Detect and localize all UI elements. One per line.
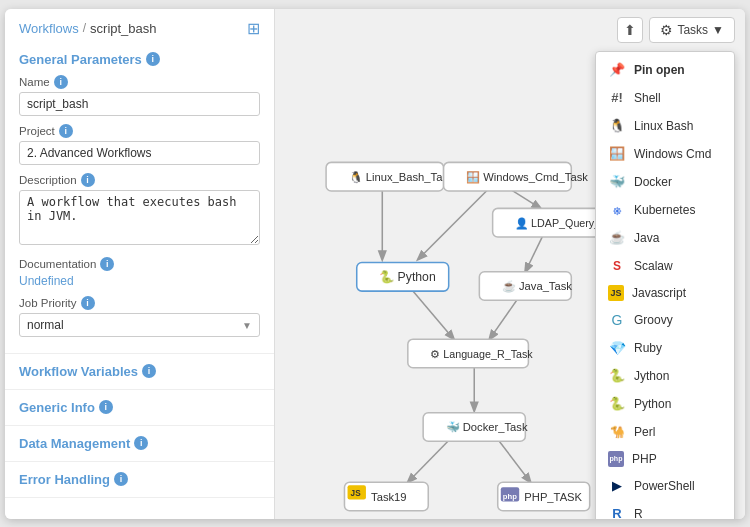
node-task19[interactable]: JS Task19: [344, 482, 428, 511]
general-parameters-section: General Parameters i Name i Project i De…: [5, 44, 274, 354]
dropdown-javascript[interactable]: JS Javascript: [596, 280, 734, 306]
workflow-variables-info-icon[interactable]: i: [142, 364, 156, 378]
job-priority-info-icon[interactable]: i: [81, 296, 95, 310]
perl-icon: 🐪: [608, 423, 626, 441]
tasks-button[interactable]: ⚙ Tasks ▼: [649, 17, 735, 43]
dropdown-ruby[interactable]: 💎 Ruby: [596, 334, 734, 362]
description-textarea[interactable]: A workflow that executes bash in JVM.: [19, 190, 260, 245]
documentation-link[interactable]: Undefined: [19, 274, 260, 288]
general-params-info-icon[interactable]: i: [146, 52, 160, 66]
svg-text:php: php: [503, 491, 517, 500]
svg-line-8: [495, 435, 531, 482]
svg-text:☕ Java_Task: ☕ Java_Task: [502, 279, 573, 293]
node-docker-task[interactable]: 🐳 Docker_Task: [423, 412, 528, 441]
python-icon: 🐍: [608, 395, 626, 413]
project-info-icon[interactable]: i: [59, 124, 73, 138]
svg-text:PHP_TASK: PHP_TASK: [524, 490, 582, 502]
svg-line-1: [418, 182, 495, 259]
data-management-info-icon[interactable]: i: [134, 436, 148, 450]
dropdown-perl[interactable]: 🐪 Perl: [596, 418, 734, 446]
name-input[interactable]: [19, 92, 260, 116]
dropdown-jython[interactable]: 🐍 Jython: [596, 362, 734, 390]
breadcrumb-workflows-link[interactable]: Workflows: [19, 21, 79, 36]
node-language-r-task[interactable]: ⚙ Language_R_Task: [408, 339, 533, 368]
grid-icon[interactable]: ⊞: [247, 19, 260, 38]
description-info-icon[interactable]: i: [81, 173, 95, 187]
node-java-task[interactable]: ☕ Java_Task: [479, 271, 572, 300]
right-panel: ⬆ ⚙ Tasks ▼: [275, 9, 745, 519]
node-linux-bash-task[interactable]: 🐧 Linux_Bash_Task: [326, 162, 454, 191]
groovy-icon: G: [608, 311, 626, 329]
svg-text:🐳 Docker_Task: 🐳 Docker_Task: [446, 420, 528, 434]
project-label: Project i: [19, 124, 260, 138]
job-priority-select-wrap: normal high low ▼: [19, 313, 260, 337]
error-handling-section[interactable]: Error Handling i: [5, 462, 274, 498]
svg-text:🐧 Linux_Bash_Task: 🐧 Linux_Bash_Task: [349, 169, 454, 183]
windows-cmd-icon: 🪟: [608, 145, 626, 163]
job-priority-label: Job Priority i: [19, 296, 260, 310]
scalaw-icon: S: [608, 257, 626, 275]
dropdown-pin-open[interactable]: 📌 Pin open: [596, 56, 734, 84]
dropdown-r[interactable]: R R: [596, 500, 734, 519]
powershell-icon: ▶: [608, 477, 626, 495]
dropdown-java[interactable]: ☕ Java: [596, 224, 734, 252]
ruby-icon: 💎: [608, 339, 626, 357]
general-parameters-title: General Parameters i: [19, 52, 260, 67]
javascript-icon: JS: [608, 285, 624, 301]
error-handling-info-icon[interactable]: i: [114, 472, 128, 486]
dropdown-powershell[interactable]: ▶ PowerShell: [596, 472, 734, 500]
breadcrumb-separator: /: [83, 21, 86, 35]
svg-text:⚙ Language_R_Task: ⚙ Language_R_Task: [430, 347, 533, 359]
breadcrumb: Workflows / script_bash ⊞: [5, 9, 274, 44]
dropdown-windows-cmd[interactable]: 🪟 Windows Cmd: [596, 140, 734, 168]
svg-line-3: [408, 285, 454, 339]
kubernetes-icon: ⎈: [608, 201, 626, 219]
documentation-info-icon[interactable]: i: [100, 257, 114, 271]
dropdown-docker[interactable]: 🐳 Docker: [596, 168, 734, 196]
svg-text:Task19: Task19: [371, 490, 407, 502]
java-icon: ☕: [608, 229, 626, 247]
generic-info-info-icon[interactable]: i: [99, 400, 113, 414]
project-input[interactable]: [19, 141, 260, 165]
generic-info-section[interactable]: Generic Info i: [5, 390, 274, 426]
dropdown-groovy[interactable]: G Groovy: [596, 306, 734, 334]
svg-text:JS: JS: [351, 489, 362, 498]
name-label: Name i: [19, 75, 260, 89]
left-panel: Workflows / script_bash ⊞ General Parame…: [5, 9, 275, 519]
docker-icon: 🐳: [608, 173, 626, 191]
shell-icon: #!: [608, 89, 626, 107]
php-icon: php: [608, 451, 624, 467]
job-priority-select[interactable]: normal high low: [19, 313, 260, 337]
tasks-dropdown: 📌 Pin open #! Shell 🐧 Linux Bash 🪟 Windo…: [595, 51, 735, 519]
svg-line-7: [408, 435, 454, 482]
dropdown-shell[interactable]: #! Shell: [596, 84, 734, 112]
node-windows-cmd-task[interactable]: 🪟 Windows_Cmd_Task: [444, 162, 589, 191]
svg-line-5: [525, 233, 543, 271]
svg-text:🐍 Python: 🐍 Python: [379, 268, 436, 284]
node-php-task[interactable]: php PHP_TASK: [498, 482, 590, 511]
documentation-label: Documentation i: [19, 257, 260, 271]
data-management-section[interactable]: Data Management i: [5, 426, 274, 462]
svg-text:🪟 Windows_Cmd_Task: 🪟 Windows_Cmd_Task: [466, 169, 588, 183]
dropdown-python[interactable]: 🐍 Python: [596, 390, 734, 418]
dropdown-php[interactable]: php PHP: [596, 446, 734, 472]
breadcrumb-current: script_bash: [90, 21, 156, 36]
name-info-icon[interactable]: i: [54, 75, 68, 89]
jython-icon: 🐍: [608, 367, 626, 385]
dropdown-linux-bash[interactable]: 🐧 Linux Bash: [596, 112, 734, 140]
r-icon: R: [608, 505, 626, 519]
description-label: Description i: [19, 173, 260, 187]
dropdown-kubernetes[interactable]: ⎈ Kubernetes: [596, 196, 734, 224]
pin-icon: 📌: [608, 61, 626, 79]
workflow-variables-section[interactable]: Workflow Variables i: [5, 354, 274, 390]
linux-bash-icon: 🐧: [608, 117, 626, 135]
right-toolbar: ⬆ ⚙ Tasks ▼: [275, 9, 745, 51]
svg-line-4: [490, 295, 521, 339]
app-container: Workflows / script_bash ⊞ General Parame…: [5, 9, 745, 519]
node-python[interactable]: 🐍 Python: [357, 262, 449, 291]
dropdown-scalaw[interactable]: S Scalaw: [596, 252, 734, 280]
upload-icon-btn[interactable]: ⬆: [617, 17, 643, 43]
